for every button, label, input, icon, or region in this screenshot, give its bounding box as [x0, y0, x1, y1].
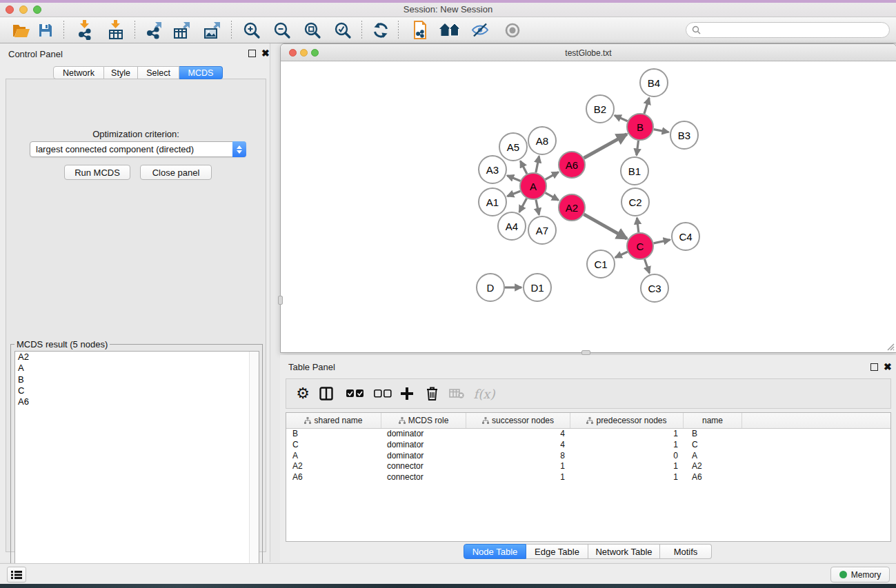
table-settings-button[interactable]: ⚙ [293, 379, 312, 408]
graph-edge-C-C1[interactable] [615, 252, 628, 257]
graph-node-A7[interactable]: A7 [528, 216, 556, 244]
table-cell[interactable]: B [684, 429, 742, 440]
table-cell[interactable]: A6 [684, 472, 742, 483]
import-network-button[interactable] [74, 19, 95, 41]
graph-node-A8[interactable]: A8 [528, 127, 556, 154]
export-network-button[interactable] [144, 19, 165, 41]
table-row[interactable]: Cdominator41C [286, 440, 890, 451]
network-canvas[interactable]: AA1A2A3A4A5A6A7A8BB1B2B3B4CC1C2C3C4DD1 [281, 61, 896, 352]
table-cell[interactable]: 1 [570, 440, 684, 451]
graph-edge-B-B3[interactable] [654, 130, 669, 132]
graph-node-A6[interactable]: A6 [559, 152, 585, 178]
table-row[interactable]: A2connector11A2 [286, 461, 890, 472]
open-session-button[interactable] [11, 19, 32, 41]
table-cell[interactable]: 1 [570, 461, 684, 472]
table-splitter-handle[interactable] [581, 350, 590, 355]
mcds-result-item[interactable]: A6 [15, 396, 259, 407]
table-cell[interactable]: A6 [286, 472, 381, 483]
refresh-button[interactable] [370, 19, 391, 41]
graph-node-B[interactable]: B [627, 114, 653, 140]
tab-motifs[interactable]: Motifs [660, 544, 712, 559]
graph-node-C1[interactable]: C1 [587, 250, 615, 278]
tab-node-table[interactable]: Node Table [464, 544, 526, 559]
graph-edge-C-C2[interactable] [637, 218, 639, 232]
table-float-icon[interactable] [870, 363, 878, 371]
table-cell[interactable]: A2 [286, 461, 381, 472]
table-row[interactable]: Bdominator41B [286, 429, 890, 440]
resize-grip-icon[interactable] [885, 341, 895, 351]
table-cell[interactable]: 1 [466, 472, 570, 483]
table-cell[interactable]: C [684, 440, 742, 451]
network-graph[interactable]: AA1A2A3A4A5A6A7A8BB1B2B3B4CC1C2C3C4DD1 [281, 61, 896, 352]
column-visibility-button[interactable] [317, 379, 336, 408]
table-row[interactable]: A6connector11A6 [286, 472, 890, 483]
import-table-button[interactable] [106, 19, 126, 41]
table-cell[interactable]: A [684, 451, 742, 462]
table-cell[interactable]: 1 [466, 461, 570, 472]
table-row[interactable]: Adominator80A [286, 451, 890, 462]
table-cell[interactable]: C [286, 440, 381, 451]
graph-node-B2[interactable]: B2 [586, 95, 614, 123]
task-history-button[interactable] [7, 567, 26, 582]
export-table-button[interactable] [172, 19, 192, 41]
graph-edge-A-A5[interactable] [520, 161, 527, 174]
panel-splitter-handle[interactable] [278, 296, 283, 305]
table-cell[interactable]: 1 [570, 472, 684, 483]
graph-edge-A6-B[interactable] [584, 134, 626, 159]
graph-edge-A-A2[interactable] [545, 193, 558, 201]
table-cell[interactable]: A2 [684, 461, 742, 472]
export-image-button[interactable] [202, 19, 223, 41]
graph-edge-A2-C[interactable] [584, 214, 626, 239]
tab-edge-table[interactable]: Edge Table [526, 544, 588, 559]
close-panel-button[interactable]: Close panel [140, 165, 212, 180]
graph-edge-C-C4[interactable] [654, 240, 670, 243]
graph-edge-A-A7[interactable] [536, 200, 539, 215]
tab-style[interactable]: Style [104, 66, 138, 79]
graph-edge-C-C3[interactable] [645, 259, 650, 273]
column-header-successor-nodes[interactable]: successor nodes [466, 413, 570, 428]
column-header-name[interactable]: name [684, 413, 742, 428]
add-column-button[interactable] [397, 379, 417, 408]
graph-node-A[interactable]: A [520, 173, 546, 199]
table-cell[interactable]: dominator [381, 440, 466, 451]
zoom-fit-button[interactable] [302, 19, 323, 41]
tab-network-table[interactable]: Network Table [588, 544, 660, 559]
table-cell[interactable]: 1 [570, 429, 684, 440]
zoom-selected-button[interactable] [332, 19, 353, 41]
deselect-all-button[interactable] [372, 379, 394, 408]
graph-node-C3[interactable]: C3 [641, 274, 668, 302]
hide-selected-button[interactable] [470, 19, 490, 41]
graph-edge-A-A6[interactable] [545, 172, 558, 180]
search-field[interactable] [686, 22, 890, 38]
table-cell[interactable]: dominator [381, 451, 466, 462]
graph-node-B1[interactable]: B1 [621, 157, 648, 185]
graph-edge-A-A1[interactable] [507, 191, 520, 196]
table-cell[interactable]: connector [381, 472, 466, 483]
save-session-button[interactable] [35, 19, 56, 41]
show-all-button[interactable] [502, 19, 523, 41]
float-panel-icon[interactable] [248, 50, 256, 57]
table-cell[interactable]: dominator [381, 429, 466, 440]
memory-button[interactable]: Memory [830, 567, 890, 582]
run-mcds-button[interactable]: Run MCDS [64, 165, 130, 180]
graph-node-D[interactable]: D [477, 274, 504, 301]
table-close-icon[interactable]: ✖ [884, 361, 892, 372]
mcds-result-item[interactable]: A2 [15, 352, 259, 363]
criterion-dropdown[interactable]: largest connected component (directed) [30, 141, 246, 157]
table-cell[interactable]: 8 [466, 451, 570, 462]
table-cell[interactable]: 4 [466, 440, 570, 451]
graph-node-A2[interactable]: A2 [559, 194, 585, 221]
graph-edge-A-A3[interactable] [507, 176, 520, 181]
tab-mcds[interactable]: MCDS [179, 66, 223, 79]
column-header-MCDS-role[interactable]: MCDS role [381, 413, 466, 428]
zoom-out-button[interactable] [272, 19, 292, 41]
graph-node-A3[interactable]: A3 [479, 156, 506, 183]
select-all-button[interactable] [344, 379, 366, 408]
graph-node-A1[interactable]: A1 [479, 188, 506, 216]
table-cell[interactable]: 0 [570, 451, 684, 462]
table-cell[interactable]: 4 [466, 429, 570, 440]
network-window-titlebar[interactable]: testGlobe.txt [281, 44, 896, 61]
graph-node-C2[interactable]: C2 [621, 188, 649, 216]
mcds-result-item[interactable]: A [15, 363, 259, 374]
tab-select[interactable]: Select [138, 66, 179, 79]
